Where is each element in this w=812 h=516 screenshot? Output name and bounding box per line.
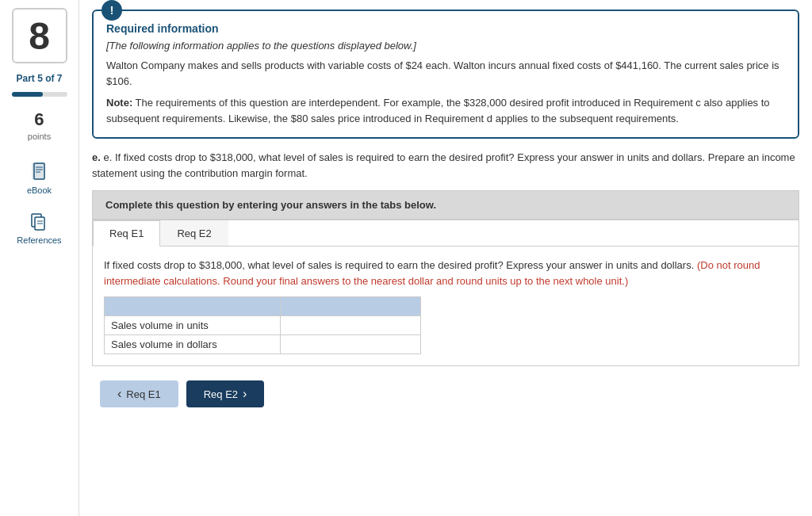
book-icon: [29, 161, 51, 183]
info-subtitle: [The following information applies to th…: [106, 40, 785, 52]
chevron-right-icon: [243, 387, 247, 401]
header-right: [280, 297, 420, 316]
tabs-container: Req E1 Req E2 If fixed costs drop to $31…: [92, 220, 799, 366]
references-label: References: [17, 235, 61, 245]
info-note: Note: The requirements of this question …: [106, 95, 785, 126]
progress-bar: [12, 92, 67, 97]
info-icon: !: [102, 0, 122, 21]
info-body: Walton Company makes and sells products …: [106, 58, 785, 89]
info-title: Required information: [106, 22, 785, 35]
tab-req-e1[interactable]: Req E1: [93, 220, 160, 247]
part-label: Part 5 of 7: [16, 73, 62, 84]
ebook-label: eBook: [27, 185, 52, 195]
next-button[interactable]: Req E2: [186, 380, 265, 407]
references-button[interactable]: References: [8, 206, 71, 250]
tab-content: If fixed costs drop to $318,000, what le…: [93, 247, 799, 365]
note-text: The requirements of this question are in…: [106, 97, 770, 124]
sales-units-input[interactable]: [287, 319, 414, 331]
prev-button[interactable]: Req E1: [100, 380, 178, 407]
references-icon: [29, 211, 51, 233]
input-table: Sales volume in units Sales volume in do…: [104, 296, 421, 354]
table-row: Sales volume in dollars: [105, 335, 421, 354]
points-section: 6 points: [28, 109, 51, 142]
sales-dollars-label: Sales volume in dollars: [105, 335, 281, 354]
tab-question: If fixed costs drop to $318,000, what le…: [104, 258, 787, 289]
points-number: 6: [28, 109, 51, 130]
ebook-button[interactable]: eBook: [8, 156, 71, 200]
progress-bar-fill: [12, 92, 44, 97]
info-box: ! Required information [The following in…: [92, 10, 799, 139]
nav-buttons: Req E1 Req E2: [92, 380, 799, 407]
main-content: ! Required information [The following in…: [79, 0, 812, 516]
question-text: e. e. If fixed costs drop to $318,000, w…: [92, 150, 799, 181]
chevron-left-icon: [117, 387, 121, 401]
header-left: [105, 297, 281, 316]
sidebar: 8 Part 5 of 7 6 points eBook: [0, 0, 79, 516]
sales-units-label: Sales volume in units: [105, 316, 281, 335]
sales-dollars-input-cell: [280, 335, 420, 354]
question-number: 8: [12, 8, 67, 63]
complete-banner: Complete this question by entering your …: [92, 190, 799, 220]
tab-req-e2[interactable]: Req E2: [160, 220, 228, 246]
tabs-header: Req E1 Req E2: [93, 220, 799, 247]
sales-units-input-cell: [280, 316, 420, 335]
table-row: Sales volume in units: [105, 316, 421, 335]
points-label: points: [28, 132, 51, 141]
note-bold: Note:: [106, 97, 132, 109]
sales-dollars-input[interactable]: [287, 338, 414, 350]
table-header-row: [105, 297, 421, 316]
